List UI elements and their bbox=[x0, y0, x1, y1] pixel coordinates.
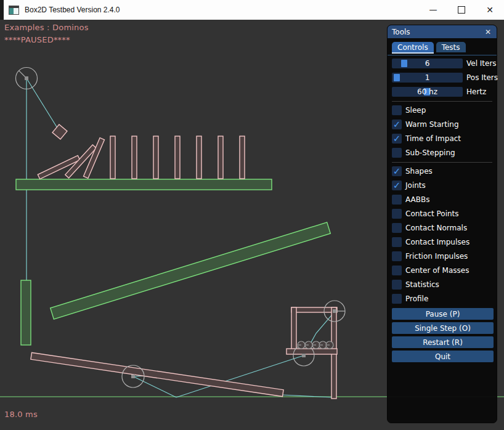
frame-top-bar bbox=[291, 307, 337, 312]
checkbox-label: Warm Starting bbox=[405, 120, 459, 129]
slider-track[interactable]: 6 bbox=[392, 59, 463, 68]
tools-panel-close-icon[interactable]: ✕ bbox=[484, 28, 492, 36]
checkbox-row-warm-starting[interactable]: ✓Warm Starting bbox=[392, 120, 492, 129]
app-window: Box2D Testbed Version 2.4.0 — ✕ Examples… bbox=[0, 0, 504, 430]
checkbox-row-contact-points[interactable]: Contact Points bbox=[392, 209, 492, 219]
maximize-button[interactable] bbox=[447, 0, 476, 20]
domino-upright bbox=[240, 136, 245, 179]
tools-panel: Tools ✕ ControlsTests 6Vel Iters1Pos Ite… bbox=[387, 25, 497, 423]
checkbox[interactable] bbox=[392, 237, 402, 247]
restart-r-button[interactable]: Restart (R) bbox=[392, 336, 494, 348]
green-post bbox=[21, 280, 31, 345]
domino-upright bbox=[153, 136, 158, 179]
joint-anchor bbox=[302, 354, 306, 357]
example-label: Examples : Dominos bbox=[4, 23, 89, 32]
checkbox[interactable]: ✓ bbox=[392, 166, 402, 176]
pause-p-button[interactable]: Pause (P) bbox=[392, 308, 494, 320]
close-icon: ✕ bbox=[486, 5, 494, 15]
checkbox[interactable] bbox=[392, 195, 402, 205]
slider-row-hertz: 60 hzHertz bbox=[392, 87, 492, 97]
checkbox[interactable] bbox=[392, 105, 402, 115]
frame-left-bar bbox=[291, 307, 296, 354]
checkbox-row-sleep[interactable]: Sleep bbox=[392, 105, 492, 115]
checkbox-label: Contact Points bbox=[405, 209, 459, 218]
check-icon: ✓ bbox=[392, 166, 402, 176]
domino-upright bbox=[197, 136, 201, 179]
checkbox-row-shapes[interactable]: ✓Shapes bbox=[392, 166, 492, 176]
separator bbox=[392, 162, 492, 163]
minimize-button[interactable]: — bbox=[419, 0, 447, 20]
checkbox-row-time-of-impact[interactable]: ✓Time of Impact bbox=[392, 134, 492, 144]
titlebar: Box2D Testbed Version 2.4.0 — ✕ bbox=[0, 0, 504, 20]
checkbox[interactable]: ✓ bbox=[392, 120, 402, 129]
joint-anchor bbox=[333, 309, 336, 313]
checkbox[interactable] bbox=[392, 266, 402, 275]
checkbox-row-aabbs[interactable]: AABBs bbox=[392, 195, 492, 205]
checkbox-label: Statistics bbox=[405, 280, 439, 289]
domino-upright bbox=[110, 136, 115, 179]
slider-track[interactable]: 1 bbox=[392, 73, 463, 83]
quit-button[interactable]: Quit bbox=[392, 351, 494, 362]
tools-panel-title: Tools bbox=[392, 28, 410, 36]
paused-label: ****PAUSED**** bbox=[4, 35, 70, 44]
checkbox-row-friction-impulses[interactable]: Friction Impulses bbox=[392, 251, 492, 261]
checkbox-group-0: Sleep✓Warm Starting✓Time of ImpactSub-St… bbox=[392, 105, 492, 158]
checkbox[interactable] bbox=[392, 223, 402, 233]
slider-row-vel-iters: 6Vel Iters bbox=[392, 59, 492, 68]
joint-anchor bbox=[25, 76, 28, 80]
checkbox[interactable] bbox=[392, 209, 402, 219]
checkbox[interactable] bbox=[392, 251, 402, 261]
checkbox[interactable] bbox=[392, 280, 402, 290]
checkbox-label: Sub-Stepping bbox=[405, 148, 455, 157]
checkbox[interactable] bbox=[392, 148, 402, 158]
checkbox-group-1: ✓Shapes✓JointsAABBsContact PointsContact… bbox=[392, 166, 492, 304]
domino-upright bbox=[132, 136, 137, 179]
checkbox-row-sub-stepping[interactable]: Sub-Stepping bbox=[392, 148, 492, 158]
checkbox-label: Shapes bbox=[405, 167, 433, 176]
tab-tests[interactable]: Tests bbox=[436, 42, 466, 52]
tools-tabbar: ControlsTests bbox=[388, 38, 497, 55]
slider-value: 6 bbox=[392, 59, 463, 68]
joint-line bbox=[26, 78, 60, 132]
slider-label: Hertz bbox=[466, 87, 486, 96]
checkbox-row-contact-normals[interactable]: Contact Normals bbox=[392, 223, 492, 233]
slider-label: Vel Iters bbox=[466, 59, 497, 68]
checkbox-row-joints[interactable]: ✓Joints bbox=[392, 181, 492, 190]
domino-upright bbox=[218, 136, 223, 179]
slider-track[interactable]: 60 hz bbox=[392, 87, 463, 97]
single-step-o-button[interactable]: Single Step (O) bbox=[392, 322, 494, 334]
checkbox-row-profile[interactable]: Profile bbox=[392, 294, 492, 304]
checkbox-label: Time of Impact bbox=[405, 134, 461, 143]
check-icon: ✓ bbox=[392, 119, 402, 129]
close-button[interactable]: ✕ bbox=[476, 0, 504, 20]
buttons-section: Pause (P)Single Step (O)Restart (R)Quit bbox=[392, 308, 492, 362]
sliders-section: 6Vel Iters1Pos Iters60 hzHertz bbox=[392, 59, 492, 97]
green-plank bbox=[51, 222, 331, 319]
checkbox-label: Joints bbox=[405, 181, 426, 190]
tools-panel-titlebar[interactable]: Tools ✕ bbox=[388, 25, 497, 38]
maximize-icon bbox=[458, 6, 465, 14]
window-controls: — ✕ bbox=[419, 0, 504, 20]
checkbox[interactable]: ✓ bbox=[392, 134, 402, 144]
frame-time-label: 18.0 ms bbox=[4, 410, 38, 419]
checkbox-label: AABBs bbox=[405, 195, 429, 204]
pendulum-bob bbox=[52, 124, 67, 139]
checkbox-label: Profile bbox=[405, 294, 428, 303]
checkbox-label: Contact Impulses bbox=[405, 238, 469, 246]
checkbox[interactable]: ✓ bbox=[392, 181, 402, 190]
window-title: Box2D Testbed Version 2.4.0 bbox=[25, 6, 120, 14]
checkbox-label: Contact Normals bbox=[405, 224, 467, 232]
checkbox-row-center-of-masses[interactable]: Center of Masses bbox=[392, 266, 492, 275]
slider-row-pos-iters: 1Pos Iters bbox=[392, 73, 492, 83]
check-icon: ✓ bbox=[392, 133, 402, 144]
checkbox[interactable] bbox=[392, 294, 402, 304]
checkbox-row-statistics[interactable]: Statistics bbox=[392, 280, 492, 290]
checkbox-row-contact-impulses[interactable]: Contact Impulses bbox=[392, 237, 492, 247]
slider-value: 1 bbox=[392, 73, 463, 83]
check-icon: ✓ bbox=[392, 180, 402, 190]
domino-upright bbox=[175, 136, 180, 179]
tab-controls[interactable]: Controls bbox=[392, 42, 434, 54]
slider-label: Pos Iters bbox=[466, 73, 498, 82]
minimize-icon: — bbox=[429, 7, 437, 13]
checkbox-label: Center of Masses bbox=[405, 266, 469, 275]
